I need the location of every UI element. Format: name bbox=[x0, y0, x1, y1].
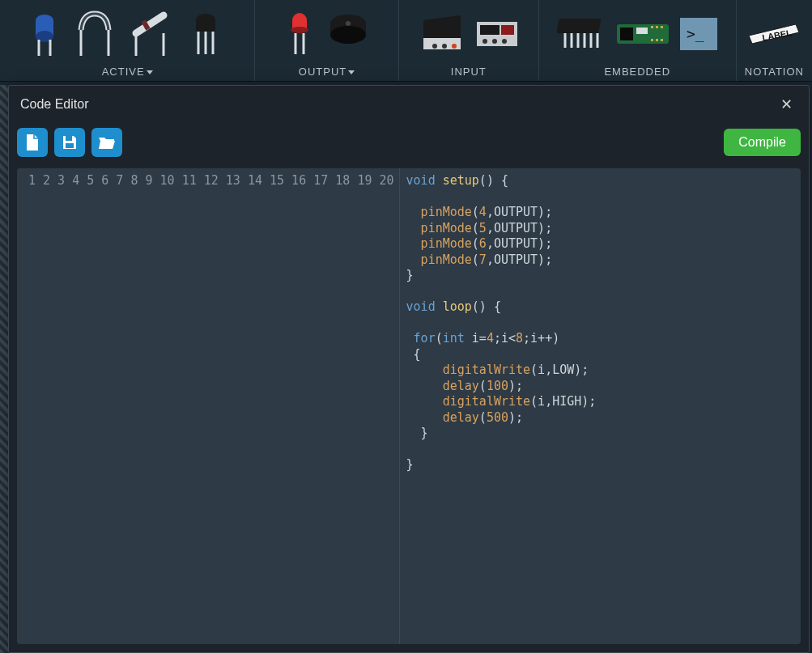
svg-rect-42 bbox=[661, 26, 663, 28]
led-icon[interactable] bbox=[283, 9, 316, 59]
svg-point-12 bbox=[291, 27, 308, 33]
svg-point-28 bbox=[492, 39, 497, 44]
svg-point-23 bbox=[452, 44, 457, 49]
svg-rect-50 bbox=[66, 136, 72, 141]
save-button[interactable] bbox=[54, 128, 85, 157]
code-area[interactable]: 1 2 3 4 5 6 7 8 9 10 11 12 13 14 15 16 1… bbox=[17, 168, 801, 644]
editor-title: Code Editor bbox=[20, 97, 89, 112]
line-gutter: 1 2 3 4 5 6 7 8 9 10 11 12 13 14 15 16 1… bbox=[17, 168, 400, 644]
background-strip bbox=[0, 85, 8, 653]
svg-rect-30 bbox=[557, 19, 602, 33]
svg-rect-26 bbox=[501, 25, 514, 35]
svg-rect-43 bbox=[651, 39, 653, 41]
svg-rect-38 bbox=[620, 28, 633, 40]
editor-titlebar: Code Editor ✕ bbox=[9, 86, 809, 123]
instrument1-icon[interactable] bbox=[419, 14, 466, 54]
resistor-icon[interactable] bbox=[73, 9, 118, 59]
new-file-button[interactable] bbox=[17, 128, 48, 157]
chip-icon[interactable] bbox=[557, 14, 606, 54]
svg-rect-6 bbox=[196, 20, 215, 32]
ribbon-group-input: INPUT bbox=[399, 0, 539, 81]
svg-point-29 bbox=[502, 39, 507, 44]
code-editor-panel: Code Editor ✕ Compile 1 2 3 4 5 6 7 8 9 … bbox=[8, 85, 810, 653]
svg-point-22 bbox=[442, 44, 447, 49]
chevron-down-icon bbox=[348, 70, 355, 74]
svg-rect-40 bbox=[651, 26, 653, 28]
svg-rect-45 bbox=[661, 39, 663, 41]
ribbon-label-active[interactable]: ACTIVE bbox=[102, 66, 153, 78]
svg-point-21 bbox=[432, 44, 437, 49]
svg-point-18 bbox=[346, 21, 351, 26]
editor-toolbar: Compile bbox=[9, 123, 809, 165]
ribbon-group-output: OUTPUT bbox=[255, 0, 399, 81]
svg-rect-44 bbox=[656, 39, 658, 41]
chevron-down-icon bbox=[147, 70, 153, 74]
instrument2-icon[interactable] bbox=[475, 14, 519, 54]
svg-rect-39 bbox=[636, 28, 648, 34]
ribbon-label-notation[interactable]: NOTATION bbox=[745, 66, 804, 78]
svg-rect-25 bbox=[480, 25, 500, 35]
svg-rect-41 bbox=[656, 26, 658, 28]
ribbon-label-embedded[interactable]: EMBEDDED bbox=[604, 66, 670, 78]
svg-text:>_: >_ bbox=[687, 25, 704, 42]
transistor-icon[interactable] bbox=[183, 9, 228, 59]
diode-icon[interactable] bbox=[128, 9, 173, 59]
code-text[interactable]: void setup() { pinMode(4,OUTPUT); pinMod… bbox=[400, 168, 801, 644]
compile-button[interactable]: Compile bbox=[724, 129, 801, 156]
capacitor-icon[interactable] bbox=[26, 9, 63, 59]
svg-point-27 bbox=[483, 39, 487, 44]
ribbon-group-embedded: >_ EMBEDDED bbox=[539, 0, 737, 81]
buzzer-icon[interactable] bbox=[325, 9, 371, 59]
label-icon[interactable]: LABEL bbox=[746, 19, 802, 49]
close-icon[interactable]: ✕ bbox=[776, 94, 797, 115]
ribbon-label-output[interactable]: OUTPUT bbox=[299, 66, 355, 78]
ribbon-label-input[interactable]: INPUT bbox=[451, 66, 487, 78]
terminal-tile-icon[interactable]: >_ bbox=[680, 18, 717, 50]
board-icon[interactable] bbox=[615, 18, 670, 50]
ribbon-group-active: ACTIVE bbox=[0, 0, 255, 81]
svg-text:LABEL: LABEL bbox=[762, 28, 793, 42]
component-ribbon: ACTIVE OUTPUT INPUT bbox=[0, 0, 812, 82]
ribbon-group-notation: LABEL NOTATION bbox=[737, 0, 812, 81]
svg-rect-51 bbox=[66, 143, 74, 148]
svg-point-17 bbox=[330, 26, 366, 44]
open-button[interactable] bbox=[91, 128, 122, 157]
